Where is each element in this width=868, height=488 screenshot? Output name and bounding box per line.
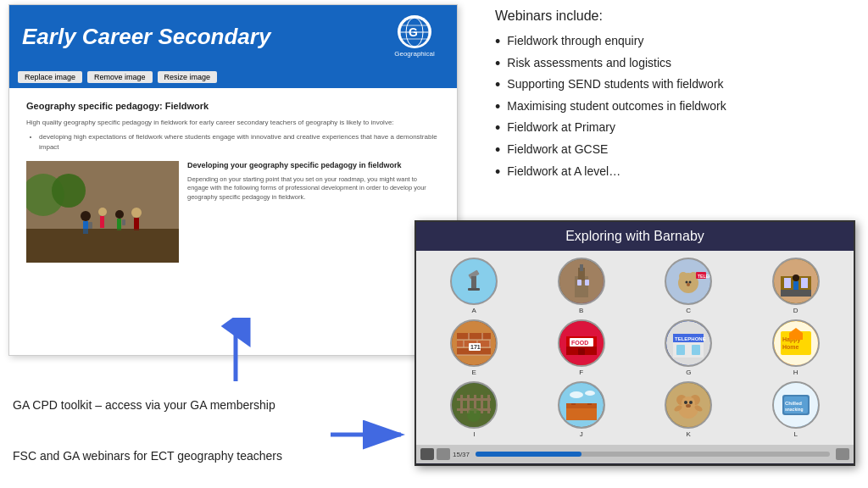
bullet-icon: • <box>495 34 500 49</box>
circle-image-a <box>450 258 498 305</box>
progress-bar <box>476 452 830 457</box>
circle-image-l: Chilled snacking <box>772 381 820 429</box>
circle-label-c: C <box>686 307 691 314</box>
slide-body-para: High quality geography specific pedagogy… <box>26 118 440 127</box>
svg-rect-11 <box>83 221 88 234</box>
circle-label-a: A <box>472 307 476 314</box>
svg-point-104 <box>689 401 693 404</box>
svg-text:TELEPHONE: TELEPHONE <box>675 336 706 341</box>
pause-button[interactable] <box>437 448 450 460</box>
svg-rect-91 <box>566 407 597 420</box>
barnaby-circle-l: Chilled snacking L <box>745 381 848 438</box>
svg-rect-15 <box>117 219 121 230</box>
remove-image-button[interactable]: Remove image <box>87 71 153 83</box>
resize-image-button[interactable]: Resize image <box>158 71 218 83</box>
bullet-icon: • <box>495 164 500 180</box>
circle-label-d: D <box>793 307 798 314</box>
barnaby-title: Exploring with Barnaby <box>565 229 704 243</box>
svg-rect-17 <box>134 218 139 230</box>
replace-image-button[interactable]: Replace image <box>18 71 82 83</box>
webinars-title: Webinars include: <box>495 8 851 24</box>
slide-body-bullet: developing high expectations of fieldwor… <box>39 132 440 152</box>
play-button[interactable] <box>420 448 434 460</box>
circle-image-i <box>450 381 498 429</box>
svg-point-48 <box>793 274 799 281</box>
circle-label-l: L <box>794 430 798 438</box>
barnaby-footer: 15/37 <box>416 445 854 463</box>
fullscreen-button[interactable] <box>836 448 849 460</box>
svg-point-14 <box>115 210 124 219</box>
geo-brand-text: Geographical <box>394 50 435 58</box>
svg-rect-33 <box>585 280 589 286</box>
svg-point-96 <box>570 391 583 398</box>
circle-label-b: B <box>579 307 583 314</box>
svg-point-89 <box>467 408 481 422</box>
barnaby-circle-k: K <box>637 381 740 438</box>
bullet-icon: • <box>495 77 500 92</box>
circle-label-k: K <box>687 430 691 438</box>
circle-label-e: E <box>472 369 476 376</box>
svg-text:FOOD: FOOD <box>571 340 588 346</box>
arrow-up-icon <box>219 318 253 385</box>
svg-point-39 <box>689 281 692 284</box>
svg-text:snacking: snacking <box>785 407 804 412</box>
barnaby-circle-i: I <box>423 381 526 438</box>
svg-rect-84 <box>460 395 463 413</box>
svg-point-12 <box>98 208 107 216</box>
svg-point-103 <box>684 401 687 404</box>
slide-fieldwork-image <box>26 161 179 263</box>
svg-text:171: 171 <box>470 344 481 350</box>
slide-bottom: Developing your geography specific pedag… <box>26 161 440 263</box>
circle-label-f: F <box>579 369 583 376</box>
barnaby-circle-c: TELEPHONE C <box>637 258 740 314</box>
barnaby-circle-a: A <box>423 258 526 314</box>
list-item: • Fieldwork at A level… <box>495 161 851 183</box>
svg-rect-18 <box>88 222 92 229</box>
barnaby-header: Exploring with Barnaby <box>416 222 854 251</box>
svg-rect-31 <box>580 264 583 271</box>
barnaby-circle-b: B <box>531 258 633 314</box>
slide-body-heading: Geography specific pedagogy: Fieldwork <box>26 101 440 111</box>
svg-point-10 <box>81 211 91 221</box>
svg-rect-7 <box>26 229 179 263</box>
circle-image-h: Happy Home <box>772 319 820 367</box>
time-display: 15/37 <box>453 451 470 458</box>
bullet-icon: • <box>495 120 500 136</box>
arrow-right-icon <box>326 420 411 450</box>
circle-image-j <box>558 381 605 429</box>
svg-text:Chilled: Chilled <box>785 401 802 406</box>
slide-panel: Early Career Secondary G Geographical Re… <box>8 4 458 356</box>
bottom-label-fsc: FSC and GA webinars for ECT geography te… <box>13 449 282 463</box>
svg-rect-27 <box>468 288 480 291</box>
slide-title: Early Career Secondary <box>22 24 270 50</box>
svg-rect-32 <box>577 280 581 286</box>
svg-point-9 <box>52 174 86 208</box>
circle-label-g: G <box>686 369 691 376</box>
barnaby-circle-j: J <box>531 381 633 438</box>
circle-image-f: FOOD <box>558 319 605 367</box>
slide-body: Geography specific pedagogy: Fieldwork H… <box>9 88 457 275</box>
bottom-label-cpd: GA CPD toolkit – access via your GA memb… <box>13 398 275 412</box>
geo-logo: G Geographical <box>385 15 444 58</box>
barnaby-circle-h: Happy Home H <box>745 319 848 376</box>
circle-image-b <box>558 258 605 305</box>
webinars-panel: Webinars include: • Fieldwork through en… <box>495 8 851 182</box>
svg-rect-51 <box>457 333 491 340</box>
svg-rect-46 <box>784 278 791 288</box>
barnaby-panel: Exploring with Barnaby A <box>415 220 855 466</box>
svg-rect-49 <box>793 281 798 290</box>
bullet-icon: • <box>495 142 500 158</box>
bullet-icon: • <box>495 99 500 114</box>
slide-text-heading: Developing your geography specific pedag… <box>187 161 440 171</box>
geo-circle: G <box>398 15 431 48</box>
svg-rect-73 <box>676 345 685 355</box>
webinars-list: • Fieldwork through enquiry • Risk asses… <box>495 30 851 182</box>
bullet-icon: • <box>495 56 500 71</box>
svg-point-105 <box>686 404 691 408</box>
list-item: • Risk assessments and logistics <box>495 53 851 75</box>
circle-label-j: J <box>580 430 583 438</box>
slide-text-block: Developing your geography specific pedag… <box>187 161 440 263</box>
progress-fill <box>476 452 581 457</box>
svg-point-102 <box>682 396 695 410</box>
circle-image-e: 171 <box>450 319 498 367</box>
